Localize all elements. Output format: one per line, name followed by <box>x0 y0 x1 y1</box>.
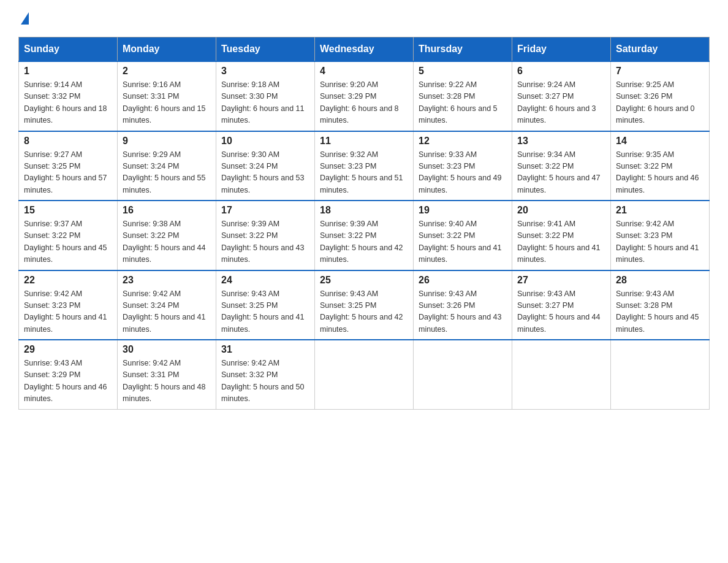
calendar-cell: 24 Sunrise: 9:43 AM Sunset: 3:25 PM Dayl… <box>216 270 315 340</box>
day-info: Sunrise: 9:24 AM Sunset: 3:27 PM Dayligh… <box>517 79 605 127</box>
day-number: 15 <box>24 205 112 216</box>
weekday-header-tuesday: Tuesday <box>216 37 315 62</box>
day-info: Sunrise: 9:27 AM Sunset: 3:25 PM Dayligh… <box>24 149 112 197</box>
day-number: 13 <box>517 136 605 147</box>
day-number: 6 <box>517 66 605 77</box>
day-number: 2 <box>123 66 211 77</box>
day-number: 3 <box>221 66 309 77</box>
calendar-cell: 18 Sunrise: 9:39 AM Sunset: 3:22 PM Dayl… <box>315 201 414 270</box>
day-number: 10 <box>221 136 309 147</box>
weekday-header-row: SundayMondayTuesdayWednesdayThursdayFrid… <box>19 37 710 62</box>
calendar-cell: 19 Sunrise: 9:40 AM Sunset: 3:22 PM Dayl… <box>414 201 512 270</box>
day-number: 9 <box>123 136 211 147</box>
day-info: Sunrise: 9:39 AM Sunset: 3:22 PM Dayligh… <box>221 218 309 266</box>
day-info: Sunrise: 9:40 AM Sunset: 3:22 PM Dayligh… <box>419 218 507 266</box>
day-info: Sunrise: 9:39 AM Sunset: 3:22 PM Dayligh… <box>320 218 408 266</box>
day-info: Sunrise: 9:43 AM Sunset: 3:27 PM Dayligh… <box>517 288 605 336</box>
day-number: 1 <box>24 66 112 77</box>
day-number: 25 <box>320 275 408 286</box>
day-info: Sunrise: 9:43 AM Sunset: 3:25 PM Dayligh… <box>221 288 309 336</box>
calendar-cell: 22 Sunrise: 9:42 AM Sunset: 3:23 PM Dayl… <box>19 270 118 340</box>
day-number: 17 <box>221 205 309 216</box>
day-number: 18 <box>320 205 408 216</box>
day-info: Sunrise: 9:41 AM Sunset: 3:22 PM Dayligh… <box>517 218 605 266</box>
calendar-cell: 6 Sunrise: 9:24 AM Sunset: 3:27 PM Dayli… <box>512 61 611 131</box>
day-number: 23 <box>123 275 211 286</box>
day-info: Sunrise: 9:35 AM Sunset: 3:22 PM Dayligh… <box>616 149 704 197</box>
weekday-header-wednesday: Wednesday <box>315 37 414 62</box>
day-number: 11 <box>320 136 408 147</box>
day-number: 19 <box>419 205 507 216</box>
calendar-cell: 7 Sunrise: 9:25 AM Sunset: 3:26 PM Dayli… <box>611 61 710 131</box>
day-number: 22 <box>24 275 112 286</box>
weekday-header-friday: Friday <box>512 37 611 62</box>
week-row-2: 8 Sunrise: 9:27 AM Sunset: 3:25 PM Dayli… <box>19 131 710 201</box>
calendar-cell <box>512 340 611 409</box>
weekday-header-monday: Monday <box>118 37 216 62</box>
day-number: 28 <box>616 275 704 286</box>
calendar-cell: 28 Sunrise: 9:43 AM Sunset: 3:28 PM Dayl… <box>611 270 710 340</box>
page-header <box>18 12 710 25</box>
day-info: Sunrise: 9:14 AM Sunset: 3:32 PM Dayligh… <box>24 79 112 127</box>
calendar-cell: 13 Sunrise: 9:34 AM Sunset: 3:22 PM Dayl… <box>512 131 611 201</box>
calendar-cell: 20 Sunrise: 9:41 AM Sunset: 3:22 PM Dayl… <box>512 201 611 270</box>
day-info: Sunrise: 9:29 AM Sunset: 3:24 PM Dayligh… <box>123 149 211 197</box>
calendar-cell: 31 Sunrise: 9:42 AM Sunset: 3:32 PM Dayl… <box>216 340 315 409</box>
week-row-1: 1 Sunrise: 9:14 AM Sunset: 3:32 PM Dayli… <box>19 61 710 131</box>
day-number: 21 <box>616 205 704 216</box>
day-info: Sunrise: 9:43 AM Sunset: 3:25 PM Dayligh… <box>320 288 408 336</box>
day-number: 26 <box>419 275 507 286</box>
day-info: Sunrise: 9:33 AM Sunset: 3:23 PM Dayligh… <box>419 149 507 197</box>
day-info: Sunrise: 9:42 AM Sunset: 3:31 PM Dayligh… <box>123 358 211 405</box>
day-info: Sunrise: 9:22 AM Sunset: 3:28 PM Dayligh… <box>419 79 507 127</box>
day-info: Sunrise: 9:18 AM Sunset: 3:30 PM Dayligh… <box>221 79 309 127</box>
calendar-cell: 9 Sunrise: 9:29 AM Sunset: 3:24 PM Dayli… <box>118 131 216 201</box>
day-number: 29 <box>24 344 112 355</box>
weekday-header-saturday: Saturday <box>611 37 710 62</box>
calendar-cell: 23 Sunrise: 9:42 AM Sunset: 3:24 PM Dayl… <box>118 270 216 340</box>
calendar-cell: 30 Sunrise: 9:42 AM Sunset: 3:31 PM Dayl… <box>118 340 216 409</box>
calendar-cell: 4 Sunrise: 9:20 AM Sunset: 3:29 PM Dayli… <box>315 61 414 131</box>
week-row-3: 15 Sunrise: 9:37 AM Sunset: 3:22 PM Dayl… <box>19 201 710 270</box>
day-number: 8 <box>24 136 112 147</box>
day-info: Sunrise: 9:32 AM Sunset: 3:23 PM Dayligh… <box>320 149 408 197</box>
calendar-cell: 26 Sunrise: 9:43 AM Sunset: 3:26 PM Dayl… <box>414 270 512 340</box>
day-info: Sunrise: 9:42 AM Sunset: 3:23 PM Dayligh… <box>24 288 112 336</box>
weekday-header-sunday: Sunday <box>19 37 118 62</box>
day-number: 30 <box>123 344 211 355</box>
day-number: 7 <box>616 66 704 77</box>
day-info: Sunrise: 9:43 AM Sunset: 3:26 PM Dayligh… <box>419 288 507 336</box>
day-info: Sunrise: 9:30 AM Sunset: 3:24 PM Dayligh… <box>221 149 309 197</box>
day-info: Sunrise: 9:43 AM Sunset: 3:29 PM Dayligh… <box>24 358 112 405</box>
calendar-cell: 15 Sunrise: 9:37 AM Sunset: 3:22 PM Dayl… <box>19 201 118 270</box>
day-number: 20 <box>517 205 605 216</box>
day-number: 24 <box>221 275 309 286</box>
calendar-cell: 1 Sunrise: 9:14 AM Sunset: 3:32 PM Dayli… <box>19 61 118 131</box>
day-number: 14 <box>616 136 704 147</box>
week-row-4: 22 Sunrise: 9:42 AM Sunset: 3:23 PM Dayl… <box>19 270 710 340</box>
calendar-cell: 8 Sunrise: 9:27 AM Sunset: 3:25 PM Dayli… <box>19 131 118 201</box>
calendar-cell: 5 Sunrise: 9:22 AM Sunset: 3:28 PM Dayli… <box>414 61 512 131</box>
day-number: 12 <box>419 136 507 147</box>
day-info: Sunrise: 9:34 AM Sunset: 3:22 PM Dayligh… <box>517 149 605 197</box>
day-info: Sunrise: 9:25 AM Sunset: 3:26 PM Dayligh… <box>616 79 704 127</box>
day-info: Sunrise: 9:38 AM Sunset: 3:22 PM Dayligh… <box>123 218 211 266</box>
calendar-cell: 11 Sunrise: 9:32 AM Sunset: 3:23 PM Dayl… <box>315 131 414 201</box>
calendar-cell <box>414 340 512 409</box>
calendar-table: SundayMondayTuesdayWednesdayThursdayFrid… <box>18 37 710 410</box>
day-number: 4 <box>320 66 408 77</box>
calendar-cell: 10 Sunrise: 9:30 AM Sunset: 3:24 PM Dayl… <box>216 131 315 201</box>
day-info: Sunrise: 9:42 AM Sunset: 3:24 PM Dayligh… <box>123 288 211 336</box>
calendar-cell: 14 Sunrise: 9:35 AM Sunset: 3:22 PM Dayl… <box>611 131 710 201</box>
calendar-cell: 3 Sunrise: 9:18 AM Sunset: 3:30 PM Dayli… <box>216 61 315 131</box>
day-number: 27 <box>517 275 605 286</box>
day-info: Sunrise: 9:20 AM Sunset: 3:29 PM Dayligh… <box>320 79 408 127</box>
calendar-cell: 2 Sunrise: 9:16 AM Sunset: 3:31 PM Dayli… <box>118 61 216 131</box>
day-info: Sunrise: 9:42 AM Sunset: 3:32 PM Dayligh… <box>221 358 309 405</box>
weekday-header-thursday: Thursday <box>414 37 512 62</box>
logo <box>18 12 29 25</box>
calendar-cell: 27 Sunrise: 9:43 AM Sunset: 3:27 PM Dayl… <box>512 270 611 340</box>
logo-triangle-icon <box>21 12 29 25</box>
day-number: 5 <box>419 66 507 77</box>
day-info: Sunrise: 9:43 AM Sunset: 3:28 PM Dayligh… <box>616 288 704 336</box>
